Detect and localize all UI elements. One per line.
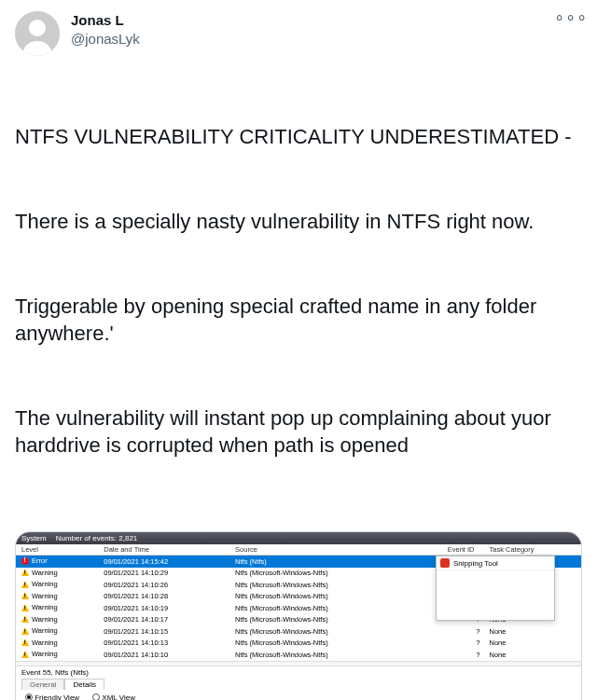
detail-title: Event 55, Ntfs (Ntfs) [21, 668, 576, 677]
table-row[interactable]: Warning09/01/2021 14:10:15Ntfs (Microsof… [16, 625, 581, 638]
tweet-header: Jonas L @jonasLyk ∘∘∘ [15, 11, 582, 56]
table-row[interactable]: Warning09/01/2021 14:10:13Ntfs (Microsof… [16, 638, 581, 650]
svg-point-1 [29, 20, 46, 36]
more-icon[interactable]: ∘∘∘ [554, 11, 582, 22]
warning-icon [21, 627, 29, 635]
col-source[interactable]: Source [229, 544, 410, 556]
warning-icon [21, 638, 29, 646]
col-eventid[interactable]: Event ID [411, 544, 484, 556]
error-icon [21, 557, 29, 565]
detail-panel: Event 55, Ntfs (Ntfs) General Details Fr… [16, 666, 581, 701]
handle[interactable]: @jonasLyk [71, 30, 554, 48]
author-names: Jonas L @jonasLyk [71, 11, 554, 48]
col-datetime[interactable]: Date and Time [98, 544, 229, 556]
log-name: System [21, 534, 47, 542]
snipping-tool-icon [440, 558, 450, 568]
radio-xml[interactable]: XML View [92, 693, 135, 701]
tab-general[interactable]: General [21, 679, 64, 690]
view-options: Friendly View XML View [25, 693, 576, 701]
avatar[interactable] [15, 11, 60, 56]
table-row[interactable]: Warning09/01/2021 14:10:10Ntfs (Microsof… [16, 649, 581, 661]
tweet-line: Triggerable by opening special crafted n… [15, 293, 582, 347]
detail-tabs: General Details [21, 679, 576, 690]
snipping-tool-window[interactable]: Snipping Tool [436, 556, 555, 621]
warning-icon [21, 615, 29, 623]
tweet-line: NTFS VULNERABILITY CRITICALITY UNDERESTI… [15, 123, 582, 150]
warning-icon [21, 604, 29, 611]
eventviewer-titlebar: System Number of events: 2,821 [16, 532, 581, 544]
tab-details[interactable]: Details [64, 679, 104, 690]
warning-icon [21, 581, 29, 588]
tweet-line: The vulnerability will instant pop up co… [15, 405, 582, 459]
tweet-text: NTFS VULNERABILITY CRITICALITY UNDERESTI… [15, 69, 582, 516]
display-name[interactable]: Jonas L [71, 11, 554, 30]
event-count: Number of events: 2,821 [56, 534, 138, 542]
warning-icon [21, 592, 29, 599]
warning-icon [21, 651, 29, 658]
col-task[interactable]: Task Category [484, 544, 581, 556]
radio-friendly[interactable]: Friendly View [25, 693, 79, 701]
col-level[interactable]: Level [16, 544, 98, 556]
tweet-line: There is a specially nasty vulnerability… [15, 208, 582, 235]
warning-icon [21, 569, 29, 576]
tweet-container: Jonas L @jonasLyk ∘∘∘ NTFS VULNERABILITY… [0, 0, 597, 516]
snipping-tool-title: Snipping Tool [453, 559, 498, 568]
tweet-media[interactable]: System Number of events: 2,821 Level Dat… [15, 531, 582, 700]
